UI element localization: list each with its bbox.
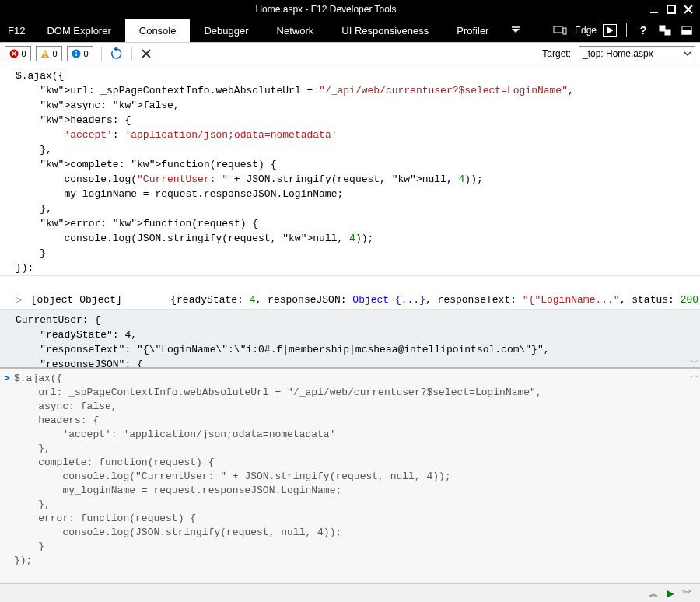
collapse-up-icon[interactable]: ︽ — [649, 586, 659, 600]
close-icon[interactable] — [683, 4, 694, 15]
minimize-icon[interactable] — [649, 4, 660, 15]
maximize-icon[interactable] — [666, 4, 677, 15]
info-count: 0 — [83, 49, 88, 58]
tab-debugger[interactable]: Debugger — [190, 19, 262, 42]
error-count: 0 — [21, 49, 26, 58]
clear-icon[interactable] — [140, 47, 152, 60]
tab-ui-responsiveness[interactable]: UI Responsiveness — [327, 19, 443, 42]
scroll-up-icon[interactable]: ︿ — [688, 369, 700, 381]
input-prompt-icon: > — [0, 369, 14, 383]
target-value: _top: Home.aspx — [583, 48, 653, 59]
console-code-block: $.ajax({ "kw">url: _spPageContextInfo.we… — [0, 68, 700, 275]
console-output[interactable]: $.ajax({ "kw">url: _spPageContextInfo.we… — [0, 65, 700, 367]
object-label: [object Object] — [31, 294, 122, 306]
svg-rect-12 — [682, 30, 691, 34]
warning-count: 0 — [52, 49, 57, 58]
svg-rect-9 — [660, 26, 665, 31]
svg-rect-7 — [563, 28, 566, 34]
svg-rect-6 — [554, 26, 562, 33]
pin-icon[interactable] — [678, 22, 695, 39]
console-object-row[interactable]: ▷ [object Object] {readyState: 4, respon… — [0, 275, 700, 309]
info-badge[interactable]: 0 — [67, 46, 93, 61]
tab-dom-explorer[interactable]: DOM Explorer — [33, 19, 124, 42]
f12-label[interactable]: F12 — [0, 19, 33, 42]
titlebar: Home.aspx - F12 Developer Tools — [0, 0, 700, 19]
error-badge[interactable]: 0 — [5, 46, 31, 61]
tab-profiler[interactable]: Profiler — [443, 19, 502, 42]
svg-marker-8 — [607, 27, 613, 33]
overflow-icon[interactable] — [502, 19, 529, 42]
menubar: F12 DOM Explorer Console Debugger Networ… — [0, 19, 700, 42]
svg-point-18 — [45, 56, 47, 58]
help-icon[interactable]: ? — [635, 22, 652, 39]
window-title: Home.aspx - F12 Developer Tools — [3, 4, 649, 15]
console-input-pane: > $.ajax({ url: _spPageContextInfo.webAb… — [0, 367, 700, 602]
chevron-down-icon — [684, 50, 691, 58]
tab-network[interactable]: Network — [263, 19, 328, 42]
run-icon[interactable] — [601, 22, 618, 39]
input-controls: ︽ ▶ ︾ — [0, 583, 700, 602]
svg-marker-22 — [114, 47, 117, 51]
target-label: Target: — [542, 48, 571, 59]
console-log-block: CurrentUser: { "readyState": 4, "respons… — [0, 309, 700, 367]
console-toolbar: 0 0 0 Target: _top: Home.aspx — [0, 42, 700, 65]
collapse-down-icon[interactable]: ︾ — [682, 586, 692, 600]
refresh-icon[interactable] — [110, 47, 124, 61]
dock-icon[interactable] — [656, 22, 674, 39]
warning-badge[interactable]: 0 — [36, 46, 62, 61]
svg-point-20 — [76, 51, 78, 53]
console-input[interactable]: $.ajax({ url: _spPageContextInfo.webAbso… — [14, 369, 688, 583]
browser-mode-label: Edge — [575, 25, 597, 36]
svg-rect-1 — [667, 5, 675, 13]
run-script-icon[interactable]: ▶ — [667, 587, 674, 599]
scroll-down-icon[interactable]: ﹀ — [688, 356, 700, 369]
svg-rect-10 — [665, 30, 670, 35]
tab-console[interactable]: Console — [125, 19, 191, 42]
svg-marker-4 — [512, 29, 520, 33]
emulation-icon[interactable] — [551, 22, 569, 39]
expand-icon[interactable]: ▷ — [16, 292, 25, 307]
target-select[interactable]: _top: Home.aspx — [579, 46, 695, 61]
